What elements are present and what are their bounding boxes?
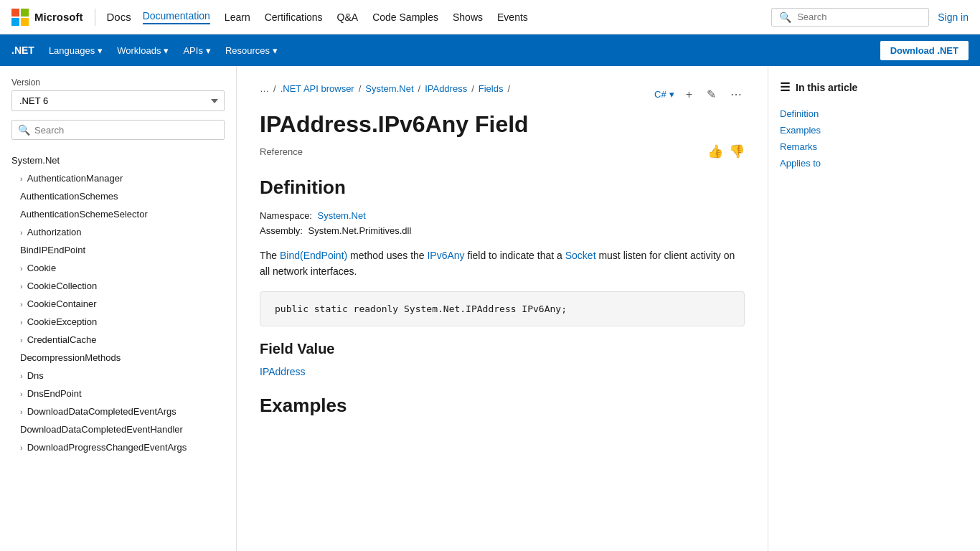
ms-logo[interactable]: Microsoft [11,9,83,26]
secondary-nav: .NET Languages ▾ Workloads ▾ APIs ▾ Reso… [0,34,980,66]
breadcrumb-api-browser[interactable]: .NET API browser [281,83,354,94]
sidebar-item-cookieexception[interactable]: › CookieException [0,313,236,331]
thumbs-up-button[interactable]: 👍 [707,143,723,159]
sidebar-item-authschemes[interactable]: AuthenticationSchemes [0,187,236,205]
chevron-right-icon: › [20,228,23,237]
field-value-type-link[interactable]: IPAddress [260,366,306,377]
sidebar-item-label: Cookie [27,263,56,273]
chevron-right-icon: › [20,318,23,326]
top-search-input[interactable] [797,11,921,22]
sidebar-item-downloaddatacompletedeventhandler[interactable]: DownloadDataCompletedEventHandler [0,420,236,438]
toc-link-applies-to[interactable]: Applies to [780,155,957,171]
nav-documentation[interactable]: Documentation [143,10,210,24]
nav-events[interactable]: Events [497,11,528,23]
sec-nav-resources[interactable]: Resources ▾ [225,45,278,56]
sidebar-item-label: DownloadProgressChangedEventArgs [27,442,187,453]
version-label: Version [0,77,236,90]
sidebar-item-label: CookieContainer [27,298,97,309]
field-value-heading: Field Value [260,341,745,357]
sidebar-item-label: AuthenticationSchemes [20,191,118,202]
sidebar-item-credentialcache[interactable]: › CredentialCache [0,331,236,349]
breadcrumb-ipaddress[interactable]: IPAddress [425,83,467,94]
toc-link-examples[interactable]: Examples [780,122,957,138]
sidebar-item-downloaddatacompletedeventargs[interactable]: › DownloadDataCompletedEventArgs [0,402,236,420]
assembly-value: System.Net.Primitives.dll [308,225,412,236]
toc-header: ☰ In this article [780,80,957,94]
chevron-right-icon: › [20,174,23,183]
code-content: public static readonly System.Net.IPAddr… [275,303,567,314]
desc-text2: method uses the [347,250,427,261]
sidebar-item-label: CredentialCache [27,334,97,345]
sidebar-item-authschemeselector[interactable]: AuthenticationSchemeSelector [0,205,236,223]
chevron-right-icon: › [20,336,23,344]
nav-code-samples[interactable]: Code Samples [372,11,438,23]
lang-selector[interactable]: C# ▾ [654,89,674,100]
sec-nav-languages[interactable]: Languages ▾ [49,45,103,56]
feedback-buttons: 👍 👎 [707,143,745,159]
sidebar-search-box[interactable]: 🔍 [11,120,225,140]
chevron-right-icon: › [20,390,23,398]
socket-link[interactable]: Socket [565,250,596,261]
sidebar-item-label: DownloadDataCompletedEventArgs [27,406,176,417]
edit-tool-button[interactable]: ✎ [704,85,719,104]
sidebar-item-decompressionmethods[interactable]: DecompressionMethods [0,349,236,367]
sidebar-item-label: AuthenticationManager [27,173,123,184]
sidebar-item-downloadprogresschangedeventargs[interactable]: › DownloadProgressChangedEventArgs [0,438,236,456]
sidebar-item-cookiecontainer[interactable]: › CookieContainer [0,295,236,313]
sidebar-item-dns[interactable]: › Dns [0,367,236,385]
toc-link-definition[interactable]: Definition [780,105,957,122]
bind-endpoint-link[interactable]: Bind(EndPoint) [280,250,347,261]
breadcrumb-system-net[interactable]: System.Net [365,83,413,94]
sec-nav-workloads[interactable]: Workloads ▾ [117,45,169,56]
sec-nav-apis[interactable]: APIs ▾ [183,45,210,56]
sidebar-item-label: DecompressionMethods [20,352,121,363]
layout: Version .NET 6 🔍 System.Net › Authentica… [0,66,980,551]
lang-label: C# [654,89,666,100]
search-icon: 🔍 [779,11,791,23]
top-search-box[interactable]: 🔍 [771,8,929,27]
resources-chevron-icon: ▾ [273,45,278,56]
sidebar-item-cookiecollection[interactable]: › CookieCollection [0,277,236,295]
sidebar-item-dnsendpoint[interactable]: › DnsEndPoint [0,385,236,402]
download-net-button[interactable]: Download .NET [880,41,969,60]
top-nav: Microsoft Docs Documentation Learn Certi… [0,0,980,34]
chevron-right-icon: › [20,443,23,452]
assembly-row: Assembly: System.Net.Primitives.dll [260,225,745,236]
breadcrumb-dots: … [260,83,269,94]
nav-certifications[interactable]: Certifications [265,11,323,23]
top-nav-right: 🔍 Sign in [771,8,969,27]
breadcrumb-fields[interactable]: Fields [479,83,504,94]
desc-text1: The [260,250,280,261]
sidebar-item-cookie[interactable]: › Cookie [0,259,236,277]
sidebar-item-authmanager[interactable]: › AuthenticationManager [0,169,236,187]
sidebar-item-system-net[interactable]: System.Net [0,151,236,169]
sidebar-item-bindipendpoint[interactable]: BindIPEndPoint [0,241,236,259]
sign-in-link[interactable]: Sign in [938,11,969,23]
page-subtitle-text: Reference [260,146,303,157]
version-select[interactable]: .NET 6 [11,90,225,111]
thumbs-down-button[interactable]: 👎 [729,143,745,159]
lang-chevron-icon: ▾ [669,89,674,100]
sidebar-item-label: BindIPEndPoint [20,245,85,255]
nav-shows[interactable]: Shows [453,11,483,23]
more-tool-button[interactable]: ⋯ [727,85,745,104]
sidebar-item-label: System.Net [11,155,60,166]
namespace-link[interactable]: System.Net [318,210,366,221]
sidebar-item-authorization[interactable]: › Authorization [0,223,236,241]
main-content: … / .NET API browser / System.Net / IPAd… [237,66,768,551]
sidebar-search-input[interactable] [34,125,218,136]
page-subtitle-row: Reference 👍 👎 [260,143,745,159]
add-tool-button[interactable]: + [683,85,695,104]
sidebar: Version .NET 6 🔍 System.Net › Authentica… [0,66,237,551]
chevron-right-icon: › [20,300,23,309]
nav-learn[interactable]: Learn [225,11,250,23]
breadcrumb-tools: C# ▾ + ✎ ⋯ [654,85,745,104]
nav-qa[interactable]: Q&A [337,11,359,23]
workloads-chevron-icon: ▾ [164,45,169,56]
namespace-label: Namespace: [260,210,312,221]
sidebar-item-label: DnsEndPoint [27,388,82,399]
toc-link-remarks[interactable]: Remarks [780,138,957,155]
top-nav-links: Documentation Learn Certifications Q&A C… [143,10,760,24]
ipv6any-link[interactable]: IPv6Any [427,250,464,261]
code-block: public static readonly System.Net.IPAddr… [260,291,745,326]
